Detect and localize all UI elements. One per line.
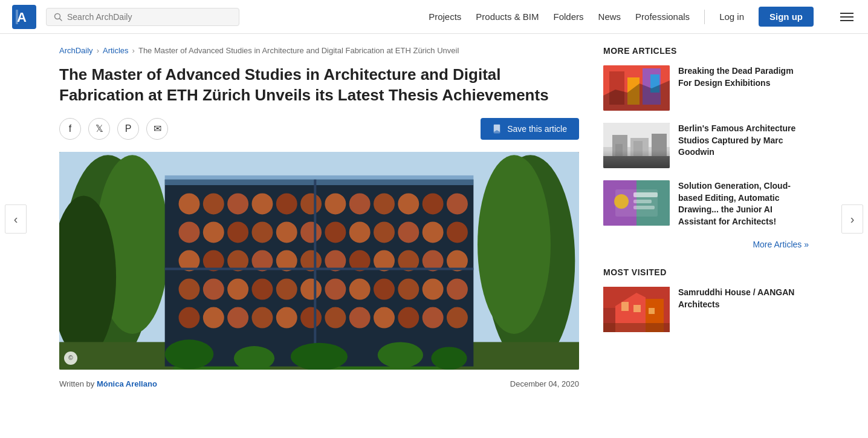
sidebar-article-3-text: Solution Generation, Cloud-based Editing… <box>678 180 809 227</box>
svg-point-70 <box>324 306 347 329</box>
svg-point-101 <box>614 194 629 209</box>
svg-point-56 <box>275 278 298 301</box>
most-visited-card-1-image <box>603 287 670 332</box>
nav-professionals[interactable]: Professionals <box>635 11 690 22</box>
svg-point-17 <box>202 192 225 215</box>
svg-point-54 <box>227 278 250 301</box>
breadcrumb-sep-1: › <box>97 46 99 55</box>
svg-point-71 <box>348 306 371 329</box>
sidebar-article-3-image <box>603 180 670 226</box>
svg-point-20 <box>275 192 298 215</box>
copyright-badge: © <box>64 351 77 365</box>
most-visited-card-1[interactable]: Samruddhi House / AANGAN Architects <box>603 287 809 332</box>
svg-point-11 <box>478 155 551 334</box>
sidebar-article-3-title[interactable]: Solution Generation, Cloud-based Editing… <box>678 180 809 227</box>
breadcrumb-sep-2: › <box>132 46 135 55</box>
svg-point-26 <box>421 192 444 215</box>
svg-point-53 <box>202 278 225 301</box>
svg-point-66 <box>227 306 250 329</box>
svg-point-75 <box>446 306 469 329</box>
sidebar-article-3[interactable]: Solution Generation, Cloud-based Editing… <box>603 180 809 227</box>
signup-button[interactable]: Sign up <box>759 7 814 27</box>
svg-point-82 <box>378 342 423 368</box>
svg-point-34 <box>324 221 347 244</box>
svg-point-63 <box>446 278 469 301</box>
hamburger-line-2 <box>840 16 853 18</box>
svg-rect-93 <box>652 134 667 168</box>
svg-point-18 <box>227 192 250 215</box>
svg-point-81 <box>291 342 348 369</box>
search-bar[interactable] <box>46 8 239 26</box>
svg-point-74 <box>421 306 444 329</box>
most-visited-card-1-text: Samruddhi House / AANGAN Architects <box>678 287 809 310</box>
nav-projects[interactable]: Projects <box>429 11 461 22</box>
prev-arrow[interactable]: ‹ <box>5 204 27 234</box>
breadcrumb-home[interactable]: ArchDaily <box>59 46 93 55</box>
svg-point-21 <box>300 192 323 215</box>
svg-rect-96 <box>633 141 643 156</box>
sidebar: MORE ARTICLES Breaking the Dead Paradigm… <box>603 46 809 388</box>
nav-products[interactable]: Products & BIM <box>476 11 539 22</box>
written-by-label: Written by <box>59 379 94 388</box>
hamburger-menu[interactable] <box>838 10 856 24</box>
search-icon <box>54 13 62 21</box>
svg-point-68 <box>275 306 298 329</box>
svg-point-35 <box>348 221 371 244</box>
svg-point-52 <box>178 278 201 301</box>
share-email-button[interactable]: ✉ <box>146 118 168 140</box>
more-articles-link[interactable]: More Articles » <box>603 240 809 249</box>
logo[interactable]: A <box>12 5 36 29</box>
nav-news[interactable]: News <box>598 11 621 22</box>
sidebar-article-1-text: Breaking the Dead Paradigm For Design Ex… <box>678 65 809 89</box>
article-meta: Written by Mónica Arellano December 04, … <box>59 379 579 388</box>
svg-point-29 <box>202 221 225 244</box>
login-button[interactable]: Log in <box>719 11 744 22</box>
bookmark-icon <box>493 124 502 134</box>
breadcrumb: ArchDaily › Articles › The Master of Adv… <box>59 46 579 55</box>
svg-point-32 <box>275 221 298 244</box>
svg-rect-91 <box>612 135 627 168</box>
most-visited-title: MOST VISITED <box>603 267 809 277</box>
svg-point-23 <box>348 192 371 215</box>
next-arrow[interactable]: › <box>841 204 863 234</box>
hamburger-line-1 <box>840 13 853 14</box>
sidebar-article-1[interactable]: Breaking the Dead Paradigm For Design Ex… <box>603 65 809 111</box>
breadcrumb-section[interactable]: Articles <box>103 46 129 55</box>
svg-point-38 <box>421 221 444 244</box>
sidebar-article-2-title[interactable]: Berlin's Famous Architecture Studios Cap… <box>678 123 809 159</box>
svg-point-62 <box>421 278 444 301</box>
facebook-icon: f <box>69 123 71 134</box>
article-author: Written by Mónica Arellano <box>59 379 157 388</box>
save-article-button[interactable]: Save this article <box>481 118 579 140</box>
svg-point-69 <box>300 306 323 329</box>
svg-line-4 <box>60 18 62 21</box>
svg-point-30 <box>227 221 250 244</box>
svg-point-65 <box>202 306 225 329</box>
most-visited-card-1-title[interactable]: Samruddhi House / AANGAN Architects <box>678 287 809 310</box>
share-twitter-button[interactable]: 𝕏 <box>88 118 110 140</box>
svg-rect-94 <box>603 156 670 168</box>
article-date: December 04, 2020 <box>510 379 579 388</box>
share-facebook-button[interactable]: f <box>59 118 81 140</box>
author-name[interactable]: Mónica Arellano <box>97 379 157 388</box>
main-container: ArchDaily › Articles › The Master of Adv… <box>47 34 821 388</box>
search-input[interactable] <box>67 12 232 22</box>
svg-point-55 <box>251 278 274 301</box>
article-title: The Master of Advanced Studies in Archit… <box>59 65 579 106</box>
share-pinterest-button[interactable]: P <box>117 118 139 140</box>
nav-folders[interactable]: Folders <box>554 11 584 22</box>
svg-point-33 <box>300 221 323 244</box>
svg-point-37 <box>397 221 420 244</box>
save-article-label: Save this article <box>507 124 567 134</box>
sidebar-article-2[interactable]: Berlin's Famous Architecture Studios Cap… <box>603 123 809 168</box>
svg-point-25 <box>397 192 420 215</box>
svg-point-61 <box>397 278 420 301</box>
email-icon: ✉ <box>154 123 161 134</box>
more-articles-title: MORE ARTICLES <box>603 46 809 56</box>
svg-point-67 <box>251 306 274 329</box>
sidebar-article-1-title[interactable]: Breaking the Dead Paradigm For Design Ex… <box>678 65 809 89</box>
svg-point-57 <box>300 278 323 301</box>
article-actions: f 𝕏 P ✉ Save this article <box>59 118 579 140</box>
pinterest-icon: P <box>125 123 132 134</box>
svg-point-73 <box>397 306 420 329</box>
